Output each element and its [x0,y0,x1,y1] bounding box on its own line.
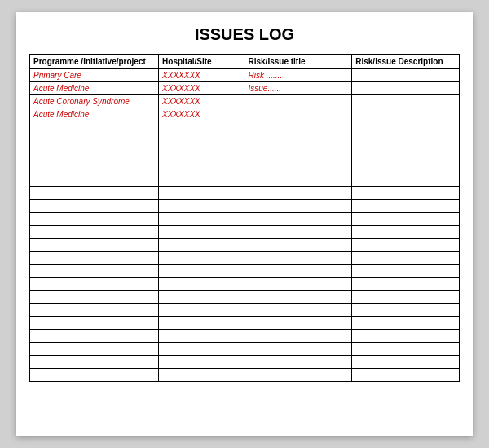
cell-hospital: XXXXXXX [159,82,244,95]
cell-empty [30,160,159,173]
issues-table: Programme /Initiative/project Hospital/S… [29,54,460,382]
cell-empty [352,226,460,239]
cell-empty [244,304,352,317]
table-row [30,252,460,265]
table-row [30,226,460,239]
cell-empty [352,213,460,226]
cell-empty [244,291,352,304]
cell-hospital: XXXXXXX [159,69,244,82]
cell-empty [244,317,352,330]
cell-empty [352,265,460,278]
cell-empty [30,369,159,382]
cell-empty [244,252,352,265]
cell-programme: Acute Medicine [30,82,159,95]
table-row [30,317,460,330]
cell-empty [30,330,159,343]
cell-empty [352,291,460,304]
cell-empty [30,121,159,134]
cell-empty [352,304,460,317]
table-row [30,187,460,200]
cell-empty [30,213,159,226]
cell-empty [244,200,352,213]
cell-empty [30,265,159,278]
table-row: Acute MedicineXXXXXXXIssue...... [30,82,460,95]
cell-empty [30,200,159,213]
cell-empty [159,304,244,317]
table-row [30,265,460,278]
cell-empty [159,369,244,382]
cell-empty [352,173,460,187]
cell-empty [352,239,460,252]
table-row: Primary CareXXXXXXXRisk ....... [30,69,460,82]
cell-empty [244,187,352,200]
cell-empty [244,330,352,343]
cell-empty [352,330,460,343]
cell-empty [159,239,244,252]
table-row [30,291,460,304]
cell-empty [352,252,460,265]
table-row [30,213,460,226]
cell-empty [30,343,159,356]
table-row [30,278,460,291]
cell-empty [159,200,244,213]
cell-empty [159,278,244,291]
cell-programme: Acute Coronary Syndrome [30,95,159,108]
cell-empty [352,369,460,382]
header-hospital: Hospital/Site [159,55,244,69]
cell-empty [352,134,460,147]
cell-empty [352,278,460,291]
table-row: Acute Coronary SyndromeXXXXXXX [30,95,460,108]
cell-empty [30,173,159,187]
cell-empty [352,356,460,369]
cell-empty [352,187,460,200]
cell-empty [30,304,159,317]
cell-empty [30,291,159,304]
cell-risk-desc [352,82,460,95]
table-row [30,369,460,382]
cell-risk-title: Risk ....... [244,69,352,82]
table-row [30,356,460,369]
cell-empty [159,226,244,239]
cell-empty [352,200,460,213]
table-row [30,330,460,343]
cell-empty [159,134,244,147]
cell-empty [244,278,352,291]
header-programme: Programme /Initiative/project [30,55,159,69]
cell-empty [159,187,244,200]
cell-empty [30,239,159,252]
cell-empty [244,343,352,356]
header-risk-desc: Risk/Issue Description [352,55,460,69]
table-row [30,121,460,134]
cell-empty [244,356,352,369]
cell-empty [30,226,159,239]
cell-empty [159,356,244,369]
cell-empty [30,317,159,330]
cell-risk-title [244,95,352,108]
cell-risk-desc [352,69,460,82]
cell-empty [30,134,159,147]
cell-empty [30,356,159,369]
cell-empty [244,239,352,252]
page-title: ISSUES LOG [29,25,460,44]
cell-empty [159,317,244,330]
cell-empty [352,121,460,134]
cell-empty [159,160,244,173]
cell-empty [352,147,460,160]
cell-risk-title [244,108,352,121]
header-risk-title: Risk/Issue title [244,55,352,69]
cell-empty [244,369,352,382]
table-row [30,160,460,173]
cell-hospital: XXXXXXX [159,95,244,108]
cell-empty [159,173,244,187]
cell-empty [159,147,244,160]
table-row [30,147,460,160]
page: ISSUES LOG Programme /Initiative/project… [16,12,473,436]
table-row: Acute MedicineXXXXXXX [30,108,460,121]
table-header-row: Programme /Initiative/project Hospital/S… [30,55,460,69]
cell-empty [352,317,460,330]
cell-programme: Acute Medicine [30,108,159,121]
cell-hospital: XXXXXXX [159,108,244,121]
cell-empty [159,252,244,265]
table-row [30,134,460,147]
cell-risk-desc [352,108,460,121]
